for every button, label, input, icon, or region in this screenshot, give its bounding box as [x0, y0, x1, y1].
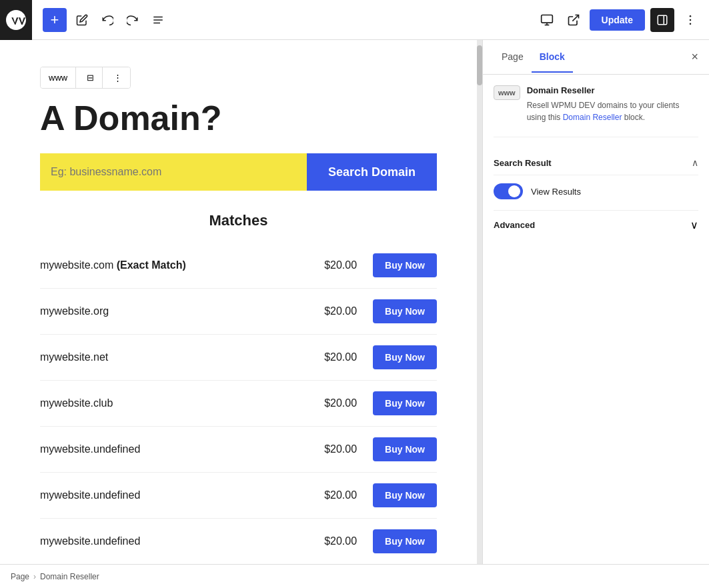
- svg-point-11: [690, 23, 692, 25]
- buy-now-button[interactable]: Buy Now: [373, 437, 437, 461]
- external-link-icon: [567, 13, 580, 27]
- domain-reseller-info-block: www Domain Reseller Resell WPMU DEV doma…: [494, 85, 698, 137]
- redo-button[interactable]: [123, 10, 143, 30]
- advanced-title: Advanced: [494, 220, 535, 230]
- panel-close-button[interactable]: ×: [691, 50, 698, 64]
- table-row: mywebsite.undefined $20.00 Buy Now: [40, 519, 437, 564]
- domain-price: $20.00: [310, 443, 357, 455]
- scrollbar-thumb: [477, 45, 482, 85]
- svg-line-6: [572, 15, 578, 21]
- editor-inner: www ⊟ ⋮ A Domain? Search Domain Matches …: [0, 40, 477, 564]
- panel-tabs: Page Block ×: [483, 40, 709, 75]
- more-options-button[interactable]: [680, 9, 701, 31]
- domain-price: $20.00: [310, 259, 357, 271]
- domain-list: mywebsite.com (Exact Match) $20.00 Buy N…: [40, 243, 437, 564]
- editor-content: www ⊟ ⋮ A Domain? Search Domain Matches …: [0, 40, 477, 564]
- preview-desktop-button[interactable]: [536, 9, 558, 31]
- wordpress-icon: [4, 8, 28, 32]
- desc-text-2: block.: [622, 113, 645, 122]
- exact-match-label: (Exact Match): [117, 259, 186, 271]
- table-row: mywebsite.org $20.00 Buy Now: [40, 289, 437, 335]
- domain-name: mywebsite.club: [40, 397, 310, 409]
- undo-button[interactable]: [97, 10, 117, 30]
- editor-scrollbar[interactable]: [477, 40, 482, 564]
- domain-price: $20.00: [310, 489, 357, 501]
- matches-title: Matches: [40, 212, 437, 229]
- breadcrumb-current: Domain Reseller: [40, 572, 99, 581]
- block-www-button[interactable]: www: [41, 67, 76, 88]
- search-result-collapse-icon: ∧: [692, 157, 698, 168]
- table-row: mywebsite.undefined $20.00 Buy Now: [40, 427, 437, 473]
- domain-heading: A Domain?: [40, 99, 437, 137]
- more-options-icon: [684, 13, 697, 27]
- view-results-toggle[interactable]: [494, 183, 523, 199]
- buy-now-button[interactable]: Buy Now: [373, 391, 437, 415]
- search-input[interactable]: [40, 153, 307, 191]
- settings-button[interactable]: [650, 8, 674, 32]
- domain-reseller-link[interactable]: Domain Reseller: [563, 113, 622, 122]
- domain-reseller-title: Domain Reseller: [527, 85, 698, 95]
- right-panel: Page Block × www Domain Reseller Resell …: [482, 40, 709, 564]
- wp-logo: [0, 0, 32, 40]
- domain-price: $20.00: [310, 535, 357, 547]
- www-badge: www: [494, 85, 520, 100]
- undo-icon: [101, 14, 113, 26]
- buy-now-button[interactable]: Buy Now: [373, 345, 437, 369]
- advanced-section[interactable]: Advanced ∨: [494, 210, 698, 239]
- table-row: mywebsite.net $20.00 Buy Now: [40, 335, 437, 381]
- advanced-expand-icon: ∨: [690, 219, 698, 231]
- search-domain-button[interactable]: Search Domain: [307, 153, 437, 191]
- view-results-label: View Results: [531, 187, 581, 197]
- domain-reseller-description: Resell WPMU DEV domains to your clients …: [527, 99, 698, 123]
- svg-point-9: [690, 15, 692, 17]
- edit-icon: [76, 14, 88, 26]
- domain-name: mywebsite.net: [40, 351, 310, 363]
- domain-reseller-details: Domain Reseller Resell WPMU DEV domains …: [527, 85, 698, 123]
- panel-content: www Domain Reseller Resell WPMU DEV doma…: [483, 75, 709, 564]
- svg-point-10: [690, 19, 692, 21]
- domain-name: mywebsite.undefined: [40, 443, 310, 455]
- buy-now-button[interactable]: Buy Now: [373, 483, 437, 507]
- block-layout-button[interactable]: ⊟: [79, 67, 103, 88]
- table-row: mywebsite.undefined $20.00 Buy Now: [40, 473, 437, 519]
- tab-page[interactable]: Page: [494, 42, 532, 73]
- buy-now-button[interactable]: Buy Now: [373, 529, 437, 553]
- domain-price: $20.00: [310, 305, 357, 317]
- external-link-button[interactable]: [563, 9, 584, 31]
- list-view-button[interactable]: [148, 10, 168, 30]
- redo-icon: [127, 14, 139, 26]
- editor-scroll-area: www ⊟ ⋮ A Domain? Search Domain Matches …: [0, 40, 482, 564]
- buy-now-button[interactable]: Buy Now: [373, 253, 437, 277]
- search-result-section: Search Result ∧ View Results: [494, 151, 698, 199]
- main-layout: www ⊟ ⋮ A Domain? Search Domain Matches …: [0, 40, 709, 564]
- domain-name: mywebsite.undefined: [40, 535, 310, 547]
- view-results-row: View Results: [494, 183, 698, 199]
- search-result-title: Search Result: [494, 158, 552, 168]
- breadcrumb: Page › Domain Reseller: [0, 564, 709, 588]
- add-block-button[interactable]: +: [43, 8, 67, 32]
- sidebar-toggle-icon: [656, 14, 668, 26]
- table-row: mywebsite.com (Exact Match) $20.00 Buy N…: [40, 243, 437, 289]
- block-more-button[interactable]: ⋮: [105, 67, 130, 88]
- breadcrumb-separator: ›: [33, 572, 36, 581]
- domain-name: mywebsite.org: [40, 305, 310, 317]
- toolbar-right: Update: [536, 8, 701, 32]
- update-button[interactable]: Update: [590, 9, 645, 31]
- domain-price: $20.00: [310, 351, 357, 363]
- desktop-icon: [540, 13, 554, 27]
- search-result-header[interactable]: Search Result ∧: [494, 151, 698, 175]
- edit-icon-button[interactable]: [72, 10, 92, 30]
- svg-rect-7: [658, 15, 667, 25]
- domain-name: mywebsite.undefined: [40, 489, 310, 501]
- buy-now-button[interactable]: Buy Now: [373, 299, 437, 323]
- tab-block[interactable]: Block: [532, 42, 573, 73]
- search-row: Search Domain: [40, 153, 437, 191]
- domain-price: $20.00: [310, 397, 357, 409]
- list-view-icon: [152, 14, 164, 26]
- domain-name: mywebsite.com (Exact Match): [40, 259, 310, 271]
- block-selector-bar: www ⊟ ⋮: [40, 67, 131, 89]
- svg-rect-3: [541, 15, 552, 23]
- breadcrumb-page[interactable]: Page: [11, 572, 29, 581]
- table-row: mywebsite.club $20.00 Buy Now: [40, 381, 437, 427]
- toolbar: + Update: [0, 0, 709, 40]
